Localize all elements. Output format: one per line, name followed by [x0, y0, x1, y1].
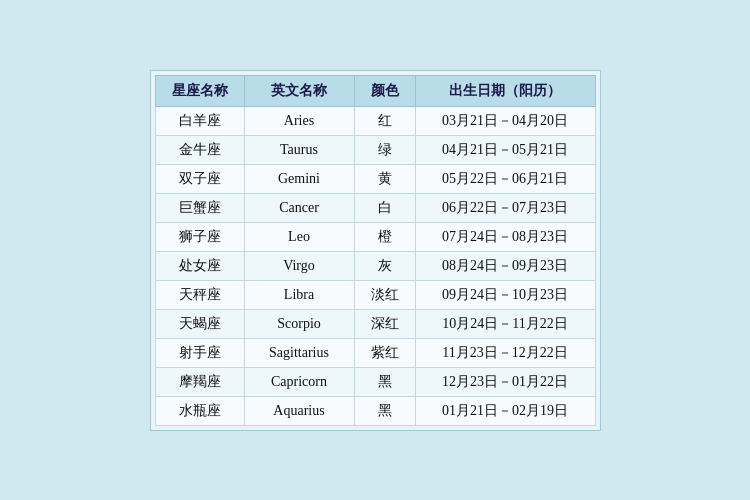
cell-english: Scorpio — [244, 309, 354, 338]
cell-chinese: 射手座 — [155, 338, 244, 367]
cell-chinese: 处女座 — [155, 251, 244, 280]
cell-date: 10月24日－11月22日 — [415, 309, 595, 338]
cell-color: 黄 — [354, 164, 415, 193]
table-row: 天蝎座Scorpio深红10月24日－11月22日 — [155, 309, 595, 338]
cell-english: Aries — [244, 106, 354, 135]
cell-date: 12月23日－01月22日 — [415, 367, 595, 396]
table-row: 金牛座Taurus绿04月21日－05月21日 — [155, 135, 595, 164]
cell-english: Sagittarius — [244, 338, 354, 367]
cell-chinese: 天蝎座 — [155, 309, 244, 338]
table-row: 水瓶座Aquarius黑01月21日－02月19日 — [155, 396, 595, 425]
cell-date: 07月24日－08月23日 — [415, 222, 595, 251]
header-date: 出生日期（阳历） — [415, 75, 595, 106]
cell-date: 11月23日－12月22日 — [415, 338, 595, 367]
cell-date: 06月22日－07月23日 — [415, 193, 595, 222]
cell-date: 03月21日－04月20日 — [415, 106, 595, 135]
table-row: 射手座Sagittarius紫红11月23日－12月22日 — [155, 338, 595, 367]
cell-english: Capricorn — [244, 367, 354, 396]
table-row: 天秤座Libra淡红09月24日－10月23日 — [155, 280, 595, 309]
cell-chinese: 双子座 — [155, 164, 244, 193]
cell-color: 深红 — [354, 309, 415, 338]
cell-english: Libra — [244, 280, 354, 309]
cell-color: 红 — [354, 106, 415, 135]
table-header-row: 星座名称 英文名称 颜色 出生日期（阳历） — [155, 75, 595, 106]
table-row: 白羊座Aries红03月21日－04月20日 — [155, 106, 595, 135]
header-chinese: 星座名称 — [155, 75, 244, 106]
table-row: 双子座Gemini黄05月22日－06月21日 — [155, 164, 595, 193]
cell-date: 05月22日－06月21日 — [415, 164, 595, 193]
table-row: 狮子座Leo橙07月24日－08月23日 — [155, 222, 595, 251]
cell-color: 黑 — [354, 367, 415, 396]
cell-color: 紫红 — [354, 338, 415, 367]
cell-color: 灰 — [354, 251, 415, 280]
cell-english: Virgo — [244, 251, 354, 280]
zodiac-table-container: 星座名称 英文名称 颜色 出生日期（阳历） 白羊座Aries红03月21日－04… — [150, 70, 601, 431]
cell-chinese: 天秤座 — [155, 280, 244, 309]
cell-chinese: 白羊座 — [155, 106, 244, 135]
header-color: 颜色 — [354, 75, 415, 106]
cell-color: 淡红 — [354, 280, 415, 309]
cell-date: 04月21日－05月21日 — [415, 135, 595, 164]
cell-english: Taurus — [244, 135, 354, 164]
table-row: 处女座Virgo灰08月24日－09月23日 — [155, 251, 595, 280]
cell-date: 08月24日－09月23日 — [415, 251, 595, 280]
cell-color: 绿 — [354, 135, 415, 164]
cell-color: 橙 — [354, 222, 415, 251]
zodiac-table: 星座名称 英文名称 颜色 出生日期（阳历） 白羊座Aries红03月21日－04… — [155, 75, 596, 426]
header-english: 英文名称 — [244, 75, 354, 106]
cell-color: 白 — [354, 193, 415, 222]
cell-chinese: 狮子座 — [155, 222, 244, 251]
cell-english: Gemini — [244, 164, 354, 193]
cell-date: 09月24日－10月23日 — [415, 280, 595, 309]
cell-date: 01月21日－02月19日 — [415, 396, 595, 425]
cell-english: Aquarius — [244, 396, 354, 425]
table-row: 摩羯座Capricorn黑12月23日－01月22日 — [155, 367, 595, 396]
cell-english: Leo — [244, 222, 354, 251]
cell-chinese: 水瓶座 — [155, 396, 244, 425]
cell-chinese: 金牛座 — [155, 135, 244, 164]
table-row: 巨蟹座Cancer白06月22日－07月23日 — [155, 193, 595, 222]
cell-english: Cancer — [244, 193, 354, 222]
cell-color: 黑 — [354, 396, 415, 425]
cell-chinese: 巨蟹座 — [155, 193, 244, 222]
cell-chinese: 摩羯座 — [155, 367, 244, 396]
